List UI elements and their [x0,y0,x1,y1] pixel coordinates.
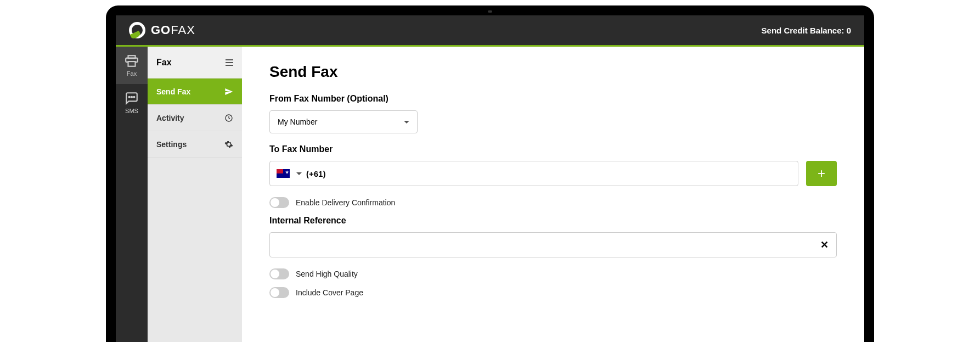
toggle-delivery-confirmation[interactable] [269,197,289,208]
sidebar-item-activity[interactable]: Activity [148,105,242,131]
credit-balance: Send Credit Balance: 0 [762,26,851,35]
svg-rect-1 [128,61,136,66]
sidebar-item-send-fax[interactable]: Send Fax [148,79,242,105]
logo-icon [129,22,145,38]
nav-rail-label: Fax [127,70,137,77]
plus-icon: + [818,166,825,181]
svg-point-2 [129,97,130,98]
from-label: From Fax Number (Optional) [269,94,837,104]
sidebar-title: Fax [156,58,172,68]
toggle-label: Include Cover Page [296,288,363,297]
from-selected-value: My Number [278,117,317,126]
sidebar-item-label: Settings [156,140,187,149]
from-number-select[interactable]: My Number [269,110,418,133]
internal-ref-input[interactable] [278,240,820,250]
nav-rail-sms[interactable]: SMS [116,84,148,121]
page-title: Send Fax [269,63,837,81]
to-fax-input[interactable]: (+61) [269,161,798,186]
toggle-high-quality[interactable] [269,268,289,279]
chevron-down-icon [404,121,409,124]
nav-rail-fax[interactable]: Fax [116,47,148,84]
gear-icon [224,140,233,149]
nav-rail: Fax SMS [116,47,148,342]
toggle-label: Send High Quality [296,270,358,278]
send-icon [224,87,233,96]
internal-ref-label: Internal Reference [269,216,837,226]
main-content: Send Fax From Fax Number (Optional) My N… [242,47,864,342]
sidebar: Fax Send Fax Activity Settings [148,47,242,342]
svg-point-3 [131,97,132,98]
history-icon [224,114,233,122]
sidebar-item-label: Activity [156,114,184,122]
sidebar-item-label: Send Fax [156,87,190,96]
toggle-cover-page[interactable] [269,287,289,298]
printer-icon [125,54,139,68]
hamburger-icon[interactable] [226,59,233,66]
country-code: (+61) [306,169,325,178]
sidebar-item-settings[interactable]: Settings [148,131,242,158]
logo-text: GOFAX [151,23,195,37]
add-recipient-button[interactable]: + [806,161,837,186]
close-icon[interactable]: ✕ [820,239,829,251]
nav-rail-label: SMS [125,108,138,114]
internal-ref-field[interactable]: ✕ [269,232,837,257]
chat-icon [125,91,139,105]
sidebar-header: Fax [148,47,242,79]
chevron-down-icon[interactable] [296,172,302,175]
topbar: GOFAX Send Credit Balance: 0 [116,15,864,45]
logo[interactable]: GOFAX [129,22,195,38]
svg-point-4 [133,97,134,98]
toggle-label: Enable Delivery Confirmation [296,198,395,207]
to-label: To Fax Number [269,144,837,154]
flag-au-icon [277,169,290,178]
